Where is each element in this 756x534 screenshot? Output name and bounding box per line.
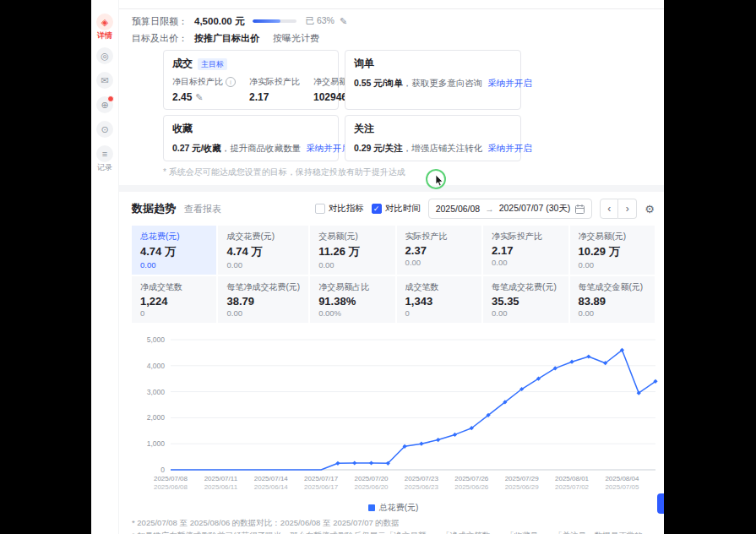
- metric-card[interactable]: 总花费(元)4.74 万0.00: [132, 226, 216, 275]
- metric-card[interactable]: 净成交笔数1,2240: [132, 276, 216, 323]
- metric-value: 4.74 万: [140, 244, 208, 259]
- metric-value: 2.17: [249, 91, 269, 103]
- svg-text:2025/07/20: 2025/07/20: [354, 475, 389, 482]
- svg-text:0: 0: [160, 466, 165, 474]
- svg-text:1,000: 1,000: [147, 439, 166, 448]
- checkbox-unchecked-icon[interactable]: [315, 204, 325, 214]
- period-nav-group: ‹ ›: [600, 199, 637, 219]
- trend-section: 数据趋势 查看报表 对比指标 ✓ 对比时间 2025/06/08: [119, 192, 664, 534]
- checkbox-checked-icon[interactable]: ✓: [372, 204, 382, 214]
- metric-label: 每笔净成交花费(元): [226, 281, 300, 293]
- metric-label: 净成交笔数: [140, 281, 208, 293]
- goal-card-deal[interactable]: 成交 主目标 净目标投产比i 2.45✎ 净实际投产比 2.17: [163, 50, 339, 110]
- adopt-enable-link[interactable]: 采纳并开启: [487, 78, 532, 88]
- footnote: * 2025/07/08 至 2025/08/06 的数据对比：2025/06/…: [132, 517, 655, 530]
- sidebar-item[interactable]: ◎: [96, 47, 113, 64]
- metric-compare-value: 0: [405, 308, 473, 318]
- svg-text:2025/07/14: 2025/07/14: [254, 475, 289, 482]
- tab-bid-by-goal[interactable]: 按推广目标出价: [194, 32, 259, 45]
- metric-label: 净实际投产比: [492, 231, 559, 242]
- metric-compare-value: 0.00: [318, 260, 386, 270]
- metric-card[interactable]: 每笔成交金额(元)83.890.00: [570, 276, 655, 323]
- goal-price: 0.27 元/收藏: [172, 143, 221, 153]
- adopt-enable-link[interactable]: 采纳并开启: [487, 143, 532, 153]
- goal-price: 0.55 元/询单: [354, 78, 403, 88]
- main-panel: 预算日限额： 4,500.00 元 已 63% ✎ 目标及出价： 按推广目标出价…: [118, 0, 664, 534]
- goal-card-favorite[interactable]: 收藏 0.27 元/收藏，提升商品收藏数量采纳并开启: [163, 115, 339, 161]
- svg-text:2025/07/02: 2025/07/02: [555, 483, 590, 491]
- metric-value: 1,343: [405, 295, 473, 308]
- goal-card-inquiry[interactable]: 询单 0.55 元/询单，获取更多意向咨询采纳并开启: [345, 50, 521, 110]
- svg-text:2025/08/01: 2025/08/01: [555, 475, 590, 482]
- date-end: 2025/07/07 (30天): [499, 203, 571, 215]
- bid-target-row: 目标及出价： 按推广目标出价 按曝光计费: [119, 30, 664, 46]
- floating-panel-handle[interactable]: [657, 493, 664, 514]
- svg-text:2025/08/04: 2025/08/04: [605, 475, 639, 482]
- metric-card[interactable]: 净实际投产比2.170.00: [483, 226, 568, 275]
- trend-controls: 对比指标 ✓ 对比时间 2025/06/08 → 2025/07/07 (30天…: [315, 199, 655, 219]
- tab-bid-by-exposure[interactable]: 按曝光计费: [273, 32, 319, 45]
- metric-card[interactable]: 每笔净成交花费(元)38.790.00: [218, 276, 308, 323]
- sidebar-item[interactable]: ✉: [96, 72, 113, 89]
- footnote: * 如果推广在暂停或删除前已经获得了曝光，那么在暂停或删除后仍展示「净交易额」、…: [132, 530, 655, 534]
- metric-value: 91.38%: [318, 295, 386, 308]
- metric-label: 净交易额(元): [579, 231, 646, 242]
- metric-card[interactable]: 净交易额(元)10.29 万0.00: [570, 226, 655, 275]
- metric-card[interactable]: 每笔成交花费(元)35.350.00: [483, 276, 568, 323]
- svg-text:2025/06/26: 2025/06/26: [454, 483, 489, 491]
- view-report-link[interactable]: 查看报表: [184, 203, 221, 215]
- metric-compare-value: 0.00: [492, 308, 559, 318]
- goal-card-title: 成交: [172, 57, 193, 71]
- edit-budget-icon[interactable]: ✎: [340, 16, 347, 27]
- svg-text:2025/07/26: 2025/07/26: [454, 475, 489, 482]
- svg-text:2025/06/11: 2025/06/11: [204, 483, 238, 491]
- mini-sidebar: ◈详情◎✉⊕⊙≡记录: [91, 14, 118, 172]
- app-window: ◈详情◎✉⊕⊙≡记录 预算日限额： 4,500.00 元 已 63% ✎ 目标及…: [91, 0, 664, 534]
- adopt-enable-link[interactable]: 采纳并开启: [306, 143, 351, 153]
- history-icon: ⊙: [96, 121, 113, 138]
- svg-text:2025/06/23: 2025/06/23: [405, 483, 439, 491]
- metric-compare-value: 0.00: [492, 258, 559, 267]
- metric-card[interactable]: 成交笔数1,3430: [397, 276, 481, 323]
- info-icon[interactable]: i: [226, 77, 236, 87]
- compare-time-toggle[interactable]: ✓ 对比时间: [372, 203, 421, 215]
- metric-compare-value: 0.00%: [318, 308, 386, 318]
- sidebar-item-label: 记录: [97, 163, 112, 172]
- sidebar-item-详情[interactable]: ◈详情: [96, 14, 113, 40]
- metric-card[interactable]: 净交易额占比91.38%0.00%: [310, 276, 394, 323]
- metric-card[interactable]: 实际投产比2.370.00: [397, 226, 481, 275]
- trend-header: 数据趋势 查看报表 对比指标 ✓ 对比时间 2025/06/08: [132, 199, 655, 219]
- metric-card[interactable]: 成交花费(元)4.74 万0.00: [218, 226, 308, 275]
- metric-label: 每笔成交花费(元): [492, 281, 559, 293]
- metric-card[interactable]: 交易额(元)11.26 万0.00: [310, 226, 394, 275]
- metric-compare-value: 0.00: [140, 260, 208, 270]
- settings-icon[interactable]: ⚙: [645, 203, 655, 215]
- metric-label: 净交易额占比: [318, 281, 386, 293]
- legend-swatch: [368, 504, 375, 511]
- budget-row: 预算日限额： 4,500.00 元 已 63% ✎: [119, 13, 664, 30]
- budget-value: 4,500.00 元: [194, 15, 244, 28]
- prev-period-button[interactable]: ‹: [600, 199, 618, 219]
- chart-legend[interactable]: 总花费(元): [132, 502, 655, 514]
- metric-value: 2.45: [172, 91, 192, 103]
- goal-card-title: 关注: [354, 122, 374, 136]
- goal-card-title: 收藏: [172, 122, 193, 136]
- edit-target-roi-icon[interactable]: ✎: [195, 92, 203, 103]
- date-range-picker[interactable]: 2025/06/08 → 2025/07/07 (30天): [428, 199, 593, 219]
- section-divider: [119, 0, 664, 9]
- svg-text:2025/07/08: 2025/07/08: [154, 475, 188, 482]
- sidebar-item[interactable]: ⊙: [96, 121, 113, 138]
- goal-card-grid: 成交 主目标 净目标投产比i 2.45✎ 净实际投产比 2.17: [163, 50, 521, 161]
- date-start: 2025/06/08: [436, 204, 481, 214]
- bid-target-label: 目标及出价：: [132, 32, 188, 45]
- sidebar-item[interactable]: ⊕: [96, 96, 113, 113]
- sidebar-item-记录[interactable]: ≡记录: [96, 145, 113, 172]
- compare-time-label: 对比时间: [385, 203, 421, 215]
- budget-progress-fill: [253, 19, 280, 23]
- goal-card-follow[interactable]: 关注 0.29 元/关注，增强店铺关注转化采纳并开启: [345, 115, 521, 161]
- next-period-button[interactable]: ›: [618, 199, 637, 219]
- primary-goal-badge: 主目标: [198, 58, 227, 70]
- compare-metric-toggle[interactable]: 对比指标: [315, 203, 364, 215]
- system-note: * 系统会尽可能达成您设置的目标，保持稳定投放有助于提升达成: [163, 166, 664, 178]
- metric-label: 交易额(元): [318, 231, 386, 242]
